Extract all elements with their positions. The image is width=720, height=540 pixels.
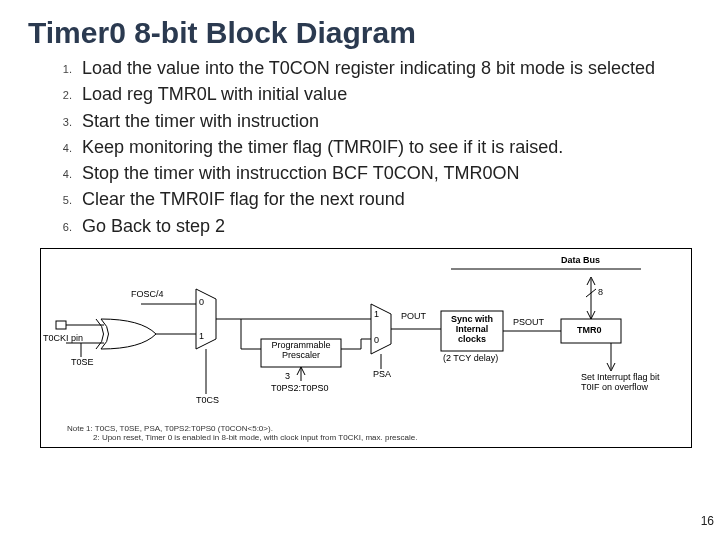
label-mux2-1: 1 — [374, 309, 379, 319]
step-text: Stop the timer with instrucction BCF T0C… — [82, 161, 692, 185]
step-row: 2. Load reg TMR0L with initial value — [56, 82, 692, 106]
label-bus-width: 8 — [598, 287, 603, 297]
step-row: 1. Load the value into the T0CON registe… — [56, 56, 692, 80]
diagram-notes: Note 1: T0CS, T0SE, PSA, T0PS2:T0PS0 (T0… — [63, 422, 421, 445]
label-psa: PSA — [373, 369, 391, 379]
slide-title: Timer0 8-bit Block Diagram — [0, 0, 720, 56]
step-row: 6. Go Back to step 2 — [56, 214, 692, 238]
step-row: 4. Stop the timer with instrucction BCF … — [56, 161, 692, 185]
steps-list: 1. Load the value into the T0CON registe… — [0, 56, 720, 238]
step-text: Start the timer with instruction — [82, 109, 692, 133]
label-psout: PSOUT — [513, 317, 544, 327]
label-t0se: T0SE — [71, 357, 94, 367]
label-data-bus: Data Bus — [561, 255, 600, 265]
label-tmr0: TMR0 — [577, 325, 602, 335]
label-mux1-1: 1 — [199, 331, 204, 341]
label-prescaler: Programmable Prescaler — [265, 341, 337, 361]
label-interrupt: Set Interrupt flag bit T0IF on overflow — [581, 373, 661, 393]
step-text: Load the value into the T0CON register i… — [82, 56, 692, 80]
step-row: 3. Start the timer with instruction — [56, 109, 692, 133]
step-number: 4. — [56, 161, 82, 182]
label-sync: Sync with Internal clocks — [445, 315, 499, 345]
label-t0cki: T0CKI pin — [43, 333, 83, 343]
label-delay: (2 TCY delay) — [443, 353, 498, 363]
label-pout: POUT — [401, 311, 426, 321]
svg-rect-2 — [56, 321, 66, 329]
step-number: 6. — [56, 214, 82, 235]
block-diagram: Data Bus 8 FOSC/4 T0CKI pin T0SE T0CS 0 … — [40, 248, 692, 448]
step-row: 4. Keep monitoring the timer flag (TMR0I… — [56, 135, 692, 159]
note-line: 2: Upon reset, Timer 0 is enabled in 8-b… — [67, 433, 417, 443]
step-text: Clear the TMR0IF flag for the next round — [82, 187, 692, 211]
note-line: Note 1: T0CS, T0SE, PSA, T0PS2:T0PS0 (T0… — [67, 424, 417, 434]
label-mux2-0: 0 — [374, 335, 379, 345]
step-text: Keep monitoring the timer flag (TMR0IF) … — [82, 135, 692, 159]
step-number: 2. — [56, 82, 82, 103]
step-number: 1. — [56, 56, 82, 77]
label-fosc: FOSC/4 — [131, 289, 164, 299]
step-row: 5. Clear the TMR0IF flag for the next ro… — [56, 187, 692, 211]
step-number: 4. — [56, 135, 82, 156]
page-number: 16 — [701, 514, 714, 528]
step-number: 3. — [56, 109, 82, 130]
diagram-svg — [41, 249, 691, 449]
label-t0cs: T0CS — [196, 395, 219, 405]
step-number: 5. — [56, 187, 82, 208]
label-tops: T0PS2:T0PS0 — [271, 383, 329, 393]
step-text: Go Back to step 2 — [82, 214, 692, 238]
label-prescaler-bits: 3 — [285, 371, 290, 381]
label-mux1-0: 0 — [199, 297, 204, 307]
step-text: Load reg TMR0L with initial value — [82, 82, 692, 106]
